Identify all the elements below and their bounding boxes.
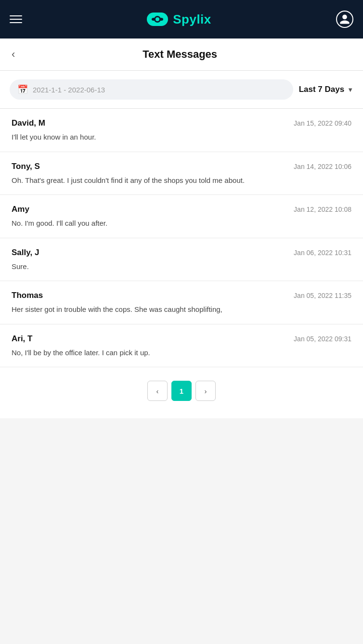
message-timestamp: Jan 15, 2022 09:40 (294, 119, 351, 127)
message-preview: Sure. (12, 261, 351, 272)
current-page-button[interactable]: 1 (171, 381, 192, 401)
contact-name: David, M (12, 118, 45, 128)
message-preview: No. I'm good. I'll call you after. (12, 218, 351, 229)
message-timestamp: Jan 05, 2022 11:35 (294, 292, 351, 299)
message-preview: I'll let you know in an hour. (12, 132, 351, 143)
message-item[interactable]: Ari, T Jan 05, 2022 09:31 No, I'll be by… (0, 324, 363, 368)
message-timestamp: Jan 14, 2022 10:06 (294, 163, 351, 170)
contact-name: Sally, J (12, 248, 39, 258)
message-item[interactable]: David, M Jan 15, 2022 09:40 I'll let you… (0, 109, 363, 152)
message-timestamp: Jan 05, 2022 09:31 (294, 335, 351, 343)
message-timestamp: Jan 12, 2022 10:08 (294, 206, 351, 213)
logo-text: Spylix (173, 12, 211, 27)
contact-name: Thomas (12, 291, 43, 300)
app-header: Spylix (0, 0, 363, 39)
back-button[interactable]: ‹ (12, 48, 15, 61)
message-item[interactable]: Tony, S Jan 14, 2022 10:06 Oh. That's gr… (0, 152, 363, 195)
message-item[interactable]: Sally, J Jan 06, 2022 10:31 Sure. (0, 238, 363, 282)
days-filter-label: Last 7 Days (299, 85, 345, 94)
svg-point-2 (156, 17, 159, 21)
menu-button[interactable] (10, 15, 22, 23)
messages-list: David, M Jan 15, 2022 09:40 I'll let you… (0, 109, 363, 367)
pagination: ‹ 1 › (0, 367, 363, 418)
contact-name: Amy (12, 205, 29, 214)
date-range-text: 2021-1-1 - 2022-06-13 (33, 86, 105, 94)
prev-page-button[interactable]: ‹ (147, 381, 168, 401)
days-filter-dropdown[interactable]: Last 7 Days ▼ (299, 85, 353, 94)
next-page-button[interactable]: › (195, 381, 216, 401)
page-title: Text Messages (23, 48, 337, 61)
message-preview: Her sister got in trouble with the cops.… (12, 304, 351, 315)
calendar-icon: 📅 (17, 84, 28, 95)
date-range-input[interactable]: 📅 2021-1-1 - 2022-06-13 (10, 79, 293, 100)
svg-point-3 (152, 18, 156, 21)
svg-point-4 (159, 18, 163, 21)
chevron-down-icon: ▼ (347, 86, 353, 93)
user-icon (339, 13, 350, 25)
contact-name: Ari, T (12, 334, 32, 344)
message-preview: No, I'll be by the office later. I can p… (12, 348, 351, 359)
message-item[interactable]: Thomas Jan 05, 2022 11:35 Her sister got… (0, 281, 363, 324)
spylix-logo-icon (147, 13, 168, 26)
contact-name: Tony, S (12, 162, 40, 171)
message-preview: Oh. That's great. I just couldn't find i… (12, 175, 351, 186)
logo: Spylix (147, 12, 211, 27)
message-item[interactable]: Amy Jan 12, 2022 10:08 No. I'm good. I'l… (0, 195, 363, 238)
message-timestamp: Jan 06, 2022 10:31 (294, 249, 351, 257)
user-avatar[interactable] (336, 11, 353, 28)
filter-bar: 📅 2021-1-1 - 2022-06-13 Last 7 Days ▼ (0, 71, 363, 109)
title-bar: ‹ Text Messages (0, 39, 363, 71)
